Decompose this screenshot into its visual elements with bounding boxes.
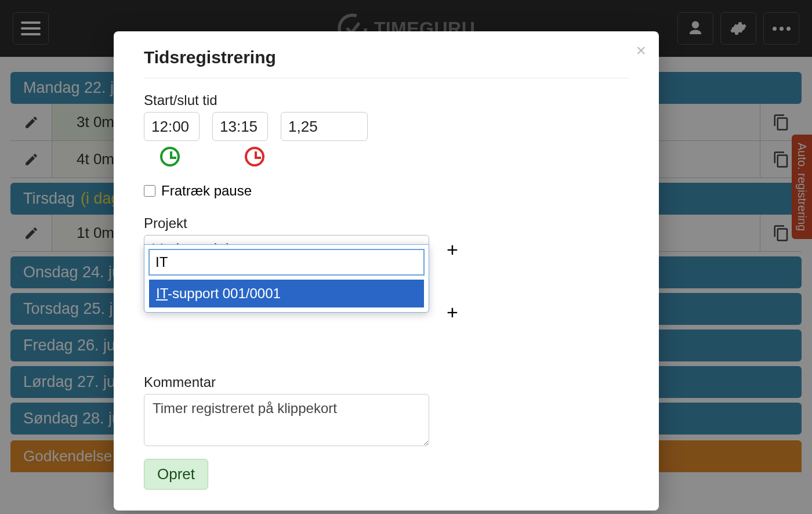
duration-input[interactable] (281, 112, 368, 141)
end-time-input[interactable] (212, 112, 268, 141)
project-search-input[interactable] (149, 249, 424, 275)
project-label: Projekt (144, 215, 629, 231)
start-time-input[interactable] (144, 112, 200, 141)
subtract-pause-row[interactable]: Fratræk pause (144, 183, 629, 199)
add-project-button[interactable]: + (447, 238, 458, 261)
comment-input[interactable] (144, 394, 429, 446)
time-registration-modal: × Tidsregistrering Start/slut tid Fratræ… (114, 31, 659, 511)
close-button[interactable]: × (636, 42, 646, 59)
subtract-pause-label: Fratræk pause (161, 183, 252, 199)
subtract-pause-checkbox[interactable] (144, 185, 155, 197)
comment-field: Kommentar (144, 374, 629, 448)
project-option[interactable]: IT-support 001/0001 (149, 280, 424, 307)
comment-label: Kommentar (144, 374, 629, 390)
clock-end-icon[interactable] (245, 147, 264, 166)
modal-title: Tidsregistrering (144, 48, 629, 67)
create-button[interactable]: Opret (144, 459, 208, 490)
project-dropdown: IT-support 001/0001 (144, 244, 429, 313)
time-label: Start/slut tid (144, 92, 629, 108)
clock-start-icon[interactable] (160, 147, 180, 166)
add-secondary-button[interactable]: + (447, 301, 458, 324)
project-field: Projekt Vælg projekt + IT-support 001/00… (144, 215, 629, 264)
